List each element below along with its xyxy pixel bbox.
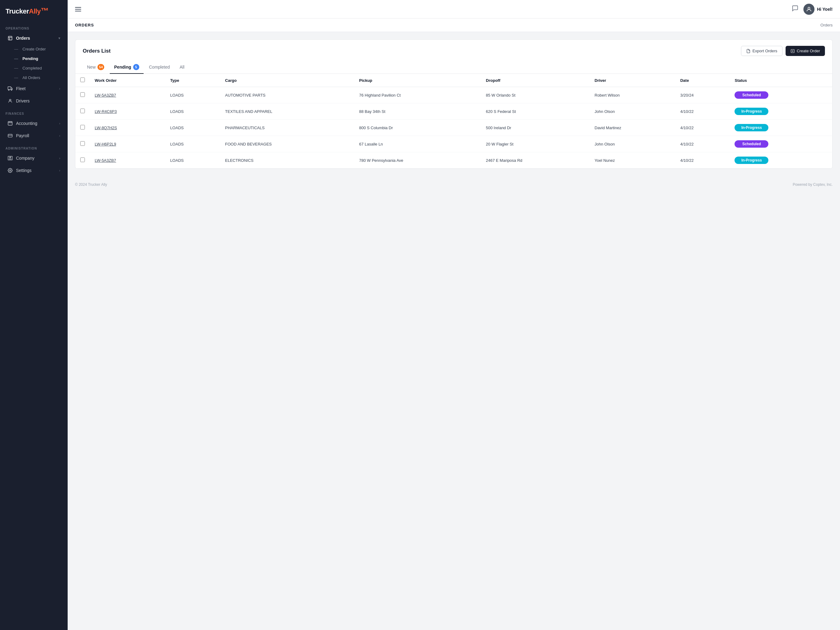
- fleet-chevron-icon: ›: [59, 87, 60, 90]
- row-pickup: 67 Lasalle Ln: [354, 136, 481, 152]
- header-checkbox-cell: [75, 74, 90, 87]
- row-date: 4/10/22: [675, 136, 729, 152]
- table-row: LW-H6P2L9 LOADS FOOD AND BEVERAGES 67 La…: [75, 136, 832, 152]
- row-date: 4/10/22: [675, 103, 729, 120]
- sidebar-item-fleet[interactable]: Fleet ›: [2, 83, 66, 95]
- sidebar-item-company[interactable]: Company ›: [2, 152, 66, 164]
- status-badge-2: In-Progress: [734, 124, 768, 131]
- logo: TruckerAlly™: [0, 0, 68, 22]
- row-checkbox-3[interactable]: [80, 141, 85, 146]
- work-order-link-3[interactable]: LW-H6P2L9: [95, 142, 116, 146]
- row-type: LOADS: [165, 152, 220, 169]
- payroll-icon: [7, 133, 13, 138]
- orders-actions: Export Orders Create Order: [741, 46, 825, 56]
- table-row: LW-5A3ZB7 LOADS ELECTRONICS 780 W Pennsy…: [75, 152, 832, 169]
- accounting-icon: [7, 120, 13, 126]
- sidebar-item-pending[interactable]: — Pending: [0, 54, 68, 63]
- sidebar-item-accounting[interactable]: Accounting ›: [2, 117, 66, 129]
- row-work-order: LW-H6P2L9: [90, 136, 165, 152]
- chat-icon[interactable]: [792, 5, 799, 13]
- create-order-button[interactable]: Create Order: [786, 46, 825, 56]
- row-pickup: 800 S Columbia Dr: [354, 120, 481, 136]
- orders-icon: [7, 35, 13, 41]
- row-cargo: ELECTRONICS: [220, 152, 354, 169]
- col-driver: Driver: [590, 74, 676, 87]
- row-date: 4/10/22: [675, 152, 729, 169]
- work-order-link-0[interactable]: LW-5A3ZB7: [95, 93, 116, 98]
- work-order-link-2[interactable]: LW-8Q7H2S: [95, 125, 117, 130]
- sidebar-item-payroll-label: Payroll: [16, 133, 29, 138]
- tab-all[interactable]: All: [175, 62, 189, 73]
- row-checkbox-2[interactable]: [80, 125, 85, 130]
- logo-trucker: Trucker: [6, 7, 29, 15]
- sidebar-item-completed[interactable]: — Completed: [0, 63, 68, 73]
- row-cargo: PHARMACEUTICALS: [220, 120, 354, 136]
- sidebar-item-all-orders[interactable]: — All Orders: [0, 73, 68, 82]
- page-content: ORDERS Orders Orders List Export Orders: [68, 19, 840, 630]
- row-checkbox-cell: [75, 152, 90, 169]
- fleet-icon: [7, 86, 13, 91]
- avatar: [804, 4, 815, 15]
- section-label-operations: OPERATIONS: [0, 22, 68, 32]
- row-pickup: 88 Bay 34th St: [354, 103, 481, 120]
- row-status: In-Progress: [729, 152, 832, 169]
- tab-pending-badge: 5: [133, 64, 139, 70]
- company-icon: [7, 155, 13, 161]
- export-orders-button[interactable]: Export Orders: [741, 46, 783, 56]
- accounting-chevron-icon: ›: [59, 122, 60, 125]
- row-checkbox-4[interactable]: [80, 157, 85, 162]
- col-dropoff: Dropoff: [481, 74, 589, 87]
- row-cargo: AUTOMOTIVE PARTS: [220, 87, 354, 103]
- row-type: LOADS: [165, 120, 220, 136]
- tab-completed[interactable]: Completed: [145, 62, 174, 73]
- sidebar-item-orders-label: Orders: [16, 36, 30, 41]
- row-status: Scheduled: [729, 87, 832, 103]
- create-icon: [791, 49, 795, 53]
- table-header-row: Work Order Type Cargo Pickup Dropoff Dri…: [75, 74, 832, 87]
- work-order-link-1[interactable]: LW-R4C6P3: [95, 109, 117, 114]
- menu-toggle-button[interactable]: [75, 7, 81, 11]
- svg-point-5: [11, 90, 12, 90]
- row-checkbox-cell: [75, 87, 90, 103]
- sidebar-item-create-order[interactable]: — Create Order: [0, 44, 68, 54]
- svg-rect-7: [8, 122, 12, 125]
- sidebar-item-payroll[interactable]: Payroll ›: [2, 130, 66, 141]
- row-checkbox-0[interactable]: [80, 92, 85, 97]
- settings-icon: [7, 168, 13, 173]
- row-checkbox-cell: [75, 103, 90, 120]
- sidebar-item-drivers[interactable]: Drivers: [2, 95, 66, 107]
- sidebar-item-fleet-label: Fleet: [16, 86, 25, 91]
- work-order-link-4[interactable]: LW-5A3ZB7: [95, 158, 116, 163]
- sidebar-item-accounting-label: Accounting: [16, 121, 37, 126]
- logo-ally: Ally: [29, 7, 41, 15]
- row-date: 4/10/22: [675, 120, 729, 136]
- row-status: Scheduled: [729, 136, 832, 152]
- header: Hi Yoel!: [68, 0, 840, 19]
- row-dropoff: 20 W Flagler St: [481, 136, 589, 152]
- row-driver: David Martinez: [590, 120, 676, 136]
- tab-new[interactable]: New 54: [83, 61, 109, 74]
- status-badge-4: In-Progress: [734, 157, 768, 164]
- row-dropoff: 620 S Federal St: [481, 103, 589, 120]
- header-username: Hi Yoel!: [817, 7, 833, 12]
- row-date: 3/20/24: [675, 87, 729, 103]
- company-chevron-icon: ›: [59, 156, 60, 160]
- select-all-checkbox[interactable]: [80, 78, 85, 82]
- page-footer: © 2024 Trucker Ally Powered by Coptev, I…: [68, 176, 840, 193]
- row-type: LOADS: [165, 87, 220, 103]
- user-menu[interactable]: Hi Yoel!: [804, 4, 833, 15]
- row-driver: Robert Wilson: [590, 87, 676, 103]
- table-row: LW-R4C6P3 LOADS TEXTILES AND APPAREL 88 …: [75, 103, 832, 120]
- orders-chevron-icon: ▾: [58, 36, 60, 40]
- orders-card-header: Orders List Export Orders Create Order: [75, 40, 832, 61]
- row-checkbox-1[interactable]: [80, 109, 85, 113]
- orders-list-title: Orders List: [83, 48, 111, 54]
- col-status: Status: [729, 74, 832, 87]
- sidebar-item-settings[interactable]: Settings ›: [2, 165, 66, 176]
- sidebar-item-orders[interactable]: Orders ▾: [2, 32, 66, 44]
- tab-completed-label: Completed: [149, 65, 170, 70]
- sidebar-item-company-label: Company: [16, 156, 35, 161]
- table-row: LW-5A3ZB7 LOADS AUTOMOTIVE PARTS 76 High…: [75, 87, 832, 103]
- tab-pending[interactable]: Pending 5: [110, 61, 143, 74]
- svg-point-12: [9, 170, 11, 171]
